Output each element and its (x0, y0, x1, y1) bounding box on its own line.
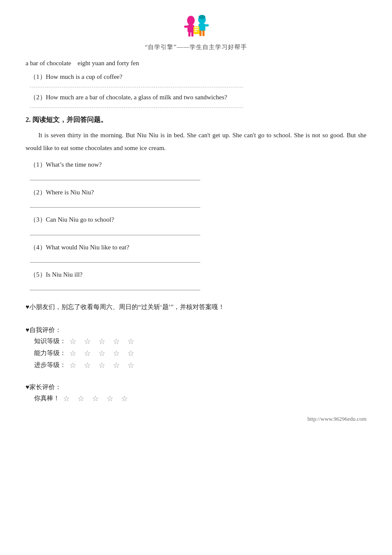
s2-q1: （1）What’s the time now? (26, 159, 366, 171)
svg-rect-14 (194, 31, 197, 32)
parent-stars: ☆ ☆ ☆ ☆ ☆ (63, 393, 128, 404)
s2-a2 (30, 200, 200, 208)
s2-a3 (30, 228, 200, 235)
parent-eval-label: 你真棒！ (34, 394, 60, 402)
logo-icon (182, 13, 210, 42)
svg-rect-13 (194, 29, 199, 30)
stars-2: ☆ ☆ ☆ ☆ ☆ (69, 348, 134, 358)
self-eval: ♥自我评价： 知识等级： ☆ ☆ ☆ ☆ ☆ 能力等级： ☆ ☆ ☆ ☆ ☆ 进… (26, 324, 366, 370)
reading-paragraph: It is seven thirty in the morning. But N… (26, 129, 366, 154)
svg-rect-4 (191, 32, 193, 37)
s2-a1 (30, 173, 200, 180)
s2-q3: （3）Can Niu Niu go to school? (26, 214, 366, 226)
intro-line: a bar of chocolate eight yuan and forty … (26, 60, 366, 67)
svg-rect-1 (187, 25, 194, 32)
svg-rect-12 (194, 27, 199, 28)
answer-line-2 (30, 107, 243, 108)
stars-1: ☆ ☆ ☆ ☆ ☆ (69, 336, 134, 347)
footer-note1: ♥小朋友们，别忘了收看每周六、周日的“过关斩‘题’”，并核对答案嘎！ (26, 301, 366, 313)
stars-3: ☆ ☆ ☆ ☆ ☆ (69, 360, 134, 370)
part1-q1: （1）How much is a cup of coffee? (26, 71, 366, 83)
s2-a5 (30, 283, 200, 290)
parent-eval-title: ♥家长评价： (26, 381, 366, 393)
logo-container (182, 13, 210, 42)
eval-row-2: 能力等级： ☆ ☆ ☆ ☆ ☆ (26, 348, 366, 358)
section2-title: 2. 阅读短文，并回答问题。 (26, 116, 366, 124)
svg-rect-9 (199, 30, 202, 36)
s2-q4: （4）What would Niu Niu like to eat? (26, 241, 366, 254)
s2-q5: （5）Is Niu Niu ill? (26, 269, 366, 281)
svg-point-0 (187, 16, 195, 25)
eval-row-3: 进步等级： ☆ ☆ ☆ ☆ ☆ (26, 360, 366, 370)
self-eval-title: ♥自我评价： (26, 324, 366, 336)
eval-label-1: 知识等级： (34, 337, 66, 345)
s2-q2: （2）Where is Niu Niu? (26, 186, 366, 199)
header-subtitle: “自学引擎”——学生自主学习好帮手 (145, 43, 247, 51)
eval-label-2: 能力等级： (34, 349, 66, 357)
svg-rect-7 (199, 23, 205, 31)
questions-block: （1）What’s the time now? document.querySe… (26, 159, 366, 290)
part1-q2: （2）How much are a bar of chocolate, a gl… (26, 92, 366, 103)
svg-rect-2 (184, 26, 188, 28)
svg-rect-8 (205, 24, 209, 26)
s2-a4 (30, 255, 200, 263)
footer-url: http://www.96296edu.com (307, 416, 366, 422)
page-header: “自学引擎”——学生自主学习好帮手 (26, 13, 366, 51)
parent-eval: ♥家长评价： 你真棒！ ☆ ☆ ☆ ☆ ☆ (26, 381, 366, 404)
svg-rect-3 (188, 32, 190, 37)
answer-line-1 (30, 87, 243, 87)
eval-label-3: 进步等级： (34, 361, 66, 369)
parent-eval-row: 你真棒！ ☆ ☆ ☆ ☆ ☆ (26, 393, 366, 404)
svg-point-6 (199, 15, 205, 19)
svg-rect-10 (202, 30, 205, 36)
eval-row-1: 知识等级： ☆ ☆ ☆ ☆ ☆ (26, 336, 366, 347)
